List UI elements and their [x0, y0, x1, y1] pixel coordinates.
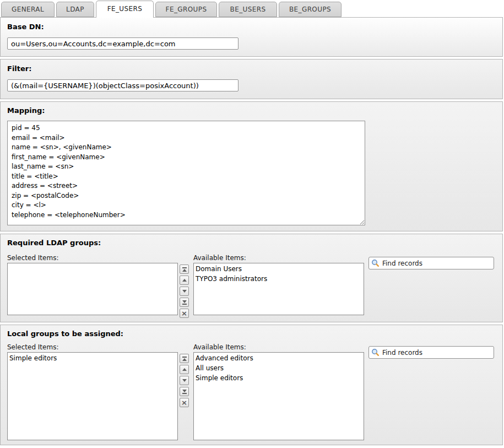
remove-button[interactable]: [180, 309, 189, 318]
domain-users-item[interactable]: Domain Users: [194, 264, 364, 274]
general-tab[interactable]: GENERAL: [1, 2, 55, 17]
mapping-textarea[interactable]: pid = 45 email = <mail> name = <sn>, <gi…: [7, 121, 365, 225]
move-to-top-button[interactable]: [180, 265, 189, 274]
section-filter: Filter:: [0, 59, 503, 99]
filter-input[interactable]: [7, 79, 239, 91]
all-users-item[interactable]: All users: [194, 363, 364, 373]
be-users-tab[interactable]: BE_USERS: [219, 2, 277, 17]
base-dn-input[interactable]: [7, 37, 239, 50]
local-available-listbox[interactable]: Advanced editors All users Simple editor…: [193, 352, 364, 440]
ldap-tab[interactable]: LDAP: [56, 2, 94, 17]
search-icon: [371, 348, 380, 357]
move-to-bottom-button[interactable]: [180, 387, 189, 396]
move-down-button[interactable]: [180, 287, 189, 296]
move-to-top-button[interactable]: [180, 354, 189, 363]
local-selected-listbox[interactable]: Simple editors: [7, 352, 178, 440]
simple-editors-item[interactable]: Simple editors: [8, 353, 177, 363]
local-find-records-input[interactable]: [368, 346, 494, 359]
local-groups-label: Local groups to be assigned:: [7, 325, 496, 338]
fe-users-tab[interactable]: FE_USERS: [96, 1, 154, 18]
mapping-label: Mapping:: [7, 102, 496, 115]
be-groups-tab[interactable]: BE_GROUPS: [279, 2, 342, 17]
section-base-dn: Base DN:: [0, 17, 503, 57]
required-find-records-input[interactable]: [368, 257, 494, 269]
remove-button[interactable]: [180, 398, 189, 407]
required-available-listbox[interactable]: Domain Users TYPO3 administrators: [193, 263, 364, 315]
advanced-editors-item[interactable]: Advanced editors: [194, 353, 364, 363]
selected-items-label: Selected Items:: [7, 343, 178, 352]
section-mapping: Mapping: pid = 45 email = <mail> name = …: [0, 101, 503, 231]
fe-groups-tab[interactable]: FE_GROUPS: [155, 2, 217, 17]
search-icon: [371, 259, 380, 267]
required-move-buttons: [180, 265, 189, 320]
available-items-label: Available Items:: [193, 254, 364, 263]
required-groups-label: Required LDAP groups:: [7, 234, 496, 247]
available-items-label: Available Items:: [193, 343, 364, 352]
section-required-ldap-groups: Required LDAP groups: Selected Items: Av…: [0, 234, 503, 322]
local-move-buttons: [180, 354, 189, 409]
section-local-groups: Local groups to be assigned: Selected It…: [0, 325, 503, 445]
selected-items-label: Selected Items:: [7, 254, 178, 263]
required-selected-listbox[interactable]: [7, 263, 178, 315]
filter-label: Filter:: [7, 60, 496, 73]
move-to-bottom-button[interactable]: [180, 298, 189, 307]
tab-bar: GENERAL LDAP FE_USERS FE_GROUPS BE_USERS…: [0, 0, 504, 17]
move-up-button[interactable]: [180, 365, 189, 374]
move-down-button[interactable]: [180, 376, 189, 385]
simple-editors-item[interactable]: Simple editors: [194, 373, 364, 383]
move-up-button[interactable]: [180, 276, 189, 285]
typo3-administrators-item[interactable]: TYPO3 administrators: [194, 274, 364, 284]
base-dn-label: Base DN:: [7, 18, 496, 31]
